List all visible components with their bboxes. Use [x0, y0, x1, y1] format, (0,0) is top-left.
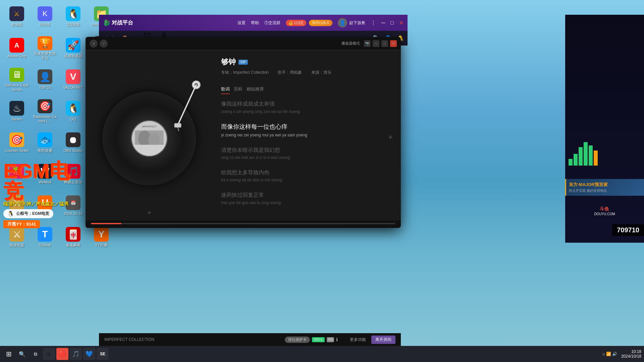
player-album-section: IMPERFECT: [86, 50, 213, 220]
player-controls-section: + 📁 ↻ ⬇ ♥ ⏮ ⏸ ⏭ 🔁 00:23 / 03:48 HD: [86, 220, 401, 228]
app-titlebar: 🐉 对战平台 设置 帮助 ①交流群 💰113元 年PLUS-5 👤 赵下游奥 ⋮…: [99, 15, 408, 31]
platform-right-controls: 排位保护卡 YO=1 YO ℹ: [285, 337, 338, 343]
desktop-icon-valorant1[interactable]: V VALORANT: [60, 66, 87, 93]
chart-bar-1: [569, 159, 573, 166]
song-meta: 专辑：Imperfect Collection 歌手：周柏豪 来源：滑乐: [221, 70, 393, 75]
more-functions-btn[interactable]: 更多功能: [350, 337, 366, 343]
player-min-btn[interactable]: ─: [373, 40, 379, 47]
platform-bottom-bar: IMPERFECT COLLECTION 排位保护卡 YO=1 YO ℹ 更多功…: [99, 333, 401, 346]
desktop-icon-adobe[interactable]: A Adobe One: [3, 35, 30, 62]
tab-lyrics[interactable]: 歌词: [221, 85, 230, 94]
artist-label: 歌手：周柏豪: [278, 70, 306, 75]
taskbar-app-blue[interactable]: 💙: [83, 348, 95, 360]
desktop-icon-battlestate[interactable]: 🎯 Battlestate Games L...: [32, 98, 58, 125]
tray-icons: ⌂ 📶 🔊: [602, 352, 617, 356]
stream-subtitle: 端游FPS大神／声优猛女／猛男: [0, 201, 84, 207]
task-view-button[interactable]: ⧉: [30, 348, 42, 360]
community-btn[interactable]: ①交流群: [264, 20, 280, 26]
desktop-icon-qq[interactable]: 🐧 QQ: [60, 98, 87, 125]
search-button[interactable]: 🔍: [16, 348, 28, 360]
lyric-block-1: 像我这样成就成太奔强 zoeng o zei yoeng sing zao wa…: [221, 100, 393, 115]
leave-room-btn[interactable]: 离开房间: [371, 336, 395, 344]
app-logo: 🐉 对战平台: [103, 19, 133, 26]
tab-similar[interactable]: 相似推荐: [247, 85, 264, 94]
settings-btn[interactable]: 设置: [237, 20, 246, 26]
lyric-cn-5: 迷药快过回复正常: [221, 191, 393, 199]
info-btn[interactable]: ℹ: [336, 337, 338, 342]
progress-fill: [91, 223, 121, 224]
player-nav-btns: ∨ ⤢: [90, 40, 108, 48]
svg-line-8: [178, 85, 196, 125]
player-expand-btn[interactable]: ⤢: [100, 40, 108, 48]
stream-title: EGM电竞: [3, 161, 84, 201]
help-btn[interactable]: 帮助: [251, 20, 259, 26]
desktop-icon-csgo[interactable]: 🎯 Counter-Strike: [3, 129, 30, 156]
chart-bar-2: [574, 154, 578, 166]
lyric-pinyin-5: mei yoe fat guo wui fu zing soeng: [221, 199, 393, 207]
window-max-btn[interactable]: □: [390, 20, 394, 26]
svg-text:IMPERFECT: IMPERFECT: [142, 125, 157, 128]
app-bar-right-controls: 设置 帮助 ①交流群 💰113元 年PLUS-5 👤 赵下游奥 ⋮ ─ □ ✕: [237, 18, 404, 27]
taskbar-steam[interactable]: ♨: [43, 348, 55, 360]
album-label: 专辑：Imperfect Collection: [221, 70, 273, 75]
desktop-icon-steam[interactable]: ♨ Steam: [3, 98, 30, 125]
lyrics-content: 像我这样成就成太奔强 zoeng o zei yoeng sing zao wa…: [221, 100, 393, 213]
douyu-logo: 斗鱼 DOUYU.COM: [594, 206, 615, 216]
progress-bar[interactable]: [91, 223, 395, 224]
desktop-icon-kook[interactable]: K KOOK: [32, 3, 58, 30]
window-min-btn[interactable]: ─: [381, 20, 385, 26]
window-close-btn[interactable]: ✕: [399, 20, 404, 26]
platform-status: IMPERFECT COLLECTION: [104, 337, 154, 342]
desktop-icon-shoufa[interactable]: ⚔ 收发战: [3, 3, 30, 30]
lyrics-tabs: 歌词 百科 相似推荐: [221, 85, 393, 94]
play-pause-btn[interactable]: ⏸: [161, 227, 171, 228]
vip-badge: 年PLUS-5: [309, 20, 332, 26]
taskbar-music[interactable]: 🎵: [70, 348, 82, 360]
desktop-icon-perfect-world[interactable]: 🏆 完美世界竞技平台: [32, 35, 58, 62]
svg-rect-9: [174, 123, 181, 127]
qq-icon: 🐧: [7, 210, 14, 217]
player-pic-btn[interactable]: 📷: [364, 40, 371, 47]
music-player-window: ∨ ⤢ 播放器模式 📷 ─ □ ✕: [86, 37, 401, 228]
lyric-block-3: 清楚你未暗示我是我幻想 cing co nei mei am si o si o…: [221, 146, 393, 162]
album-art: IMPERFECT: [131, 120, 168, 157]
username: 赵下游奥: [349, 20, 365, 26]
player-maxrestore-btn[interactable]: □: [381, 40, 388, 47]
expand-right-btn[interactable]: +: [388, 132, 393, 142]
desktop-icon-obs[interactable]: ⏺ OBS Studio: [60, 129, 87, 156]
player-titlebar: ∨ ⤢ 播放器模式 📷 ─ □ ✕: [86, 37, 401, 50]
desktop-icon-yuba[interactable]: 🐟 鱼吧直播: [32, 129, 58, 156]
lyric-pinyin-4: ka o soeng tai do dou zi noi soeng: [221, 177, 393, 184]
user-id-display: 709710: [612, 224, 644, 236]
user-profile[interactable]: 👤 赵下游奥: [338, 18, 365, 27]
desktop-icon-xunyu[interactable]: 🚀 迅游加速器: [60, 35, 87, 62]
player-close-btn[interactable]: ✕: [390, 40, 397, 47]
album-art-image: IMPERFECT: [132, 121, 167, 156]
more-menu-btn[interactable]: ⋮: [371, 20, 376, 26]
rank-protect-badge[interactable]: 排位保护卡: [285, 337, 310, 343]
desktop-icon-qqgame[interactable]: 🐧 QQ游戏: [60, 3, 87, 30]
player-mode-btn[interactable]: 播放器模式: [341, 41, 360, 46]
major-banner: 东方·MAJOR预言家 胜点开宝箱 遨好友得饰品: [565, 179, 644, 196]
clock: 10:18 2024/10/18: [621, 349, 641, 359]
desktop-icon-geforce[interactable]: 🖥 GeForce Experience: [3, 66, 30, 93]
tab-wiki[interactable]: 百科: [234, 85, 243, 94]
chart-bar-5: [589, 145, 593, 166]
lyric-block-5: 迷药快过回复正常 mei yoe fat guo wui fu zing soe…: [221, 191, 393, 206]
desktop-icon-709710[interactable]: 👤 709710: [32, 66, 58, 93]
rank-yo: YO: [327, 337, 334, 342]
taskbar-app-red[interactable]: 🔴: [56, 348, 68, 360]
add-icon[interactable]: +: [148, 209, 151, 217]
start-button[interactable]: ⊞: [3, 348, 15, 360]
lyric-cn-3: 清楚你未暗示我是我幻想: [221, 146, 393, 155]
lyric-pinyin-1: zoeng o zei yoeng sing zao wa tai hin ko…: [221, 108, 393, 116]
song-title: 够钟: [221, 57, 236, 67]
major-title: 东方·MAJOR预言家: [569, 182, 641, 188]
player-collapse-btn[interactable]: ∨: [90, 40, 98, 48]
chart-area: [569, 139, 598, 166]
taskbar-se[interactable]: SE: [97, 348, 109, 360]
yo-badge: YO=1: [312, 337, 325, 342]
desktop-icon-yy[interactable]: Y YY开播: [88, 224, 115, 251]
source-label: 来源：滑乐: [311, 70, 335, 75]
lyric-block-4: 给我想太多导致内伤 ka o soeng tai do dou zi noi s…: [221, 168, 393, 184]
